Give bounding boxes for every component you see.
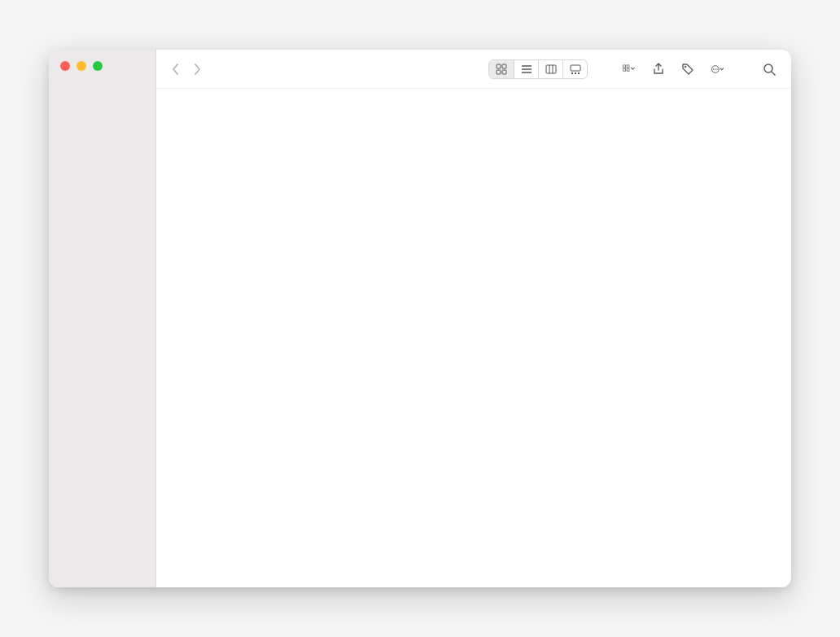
view-icons[interactable]: [489, 60, 514, 78]
window-close[interactable]: [60, 61, 70, 71]
finder-window: [49, 50, 791, 587]
svg-rect-16: [627, 64, 629, 67]
view-columns[interactable]: [538, 60, 562, 78]
svg-rect-14: [623, 64, 626, 67]
window-minimize[interactable]: [77, 61, 86, 71]
action-menu[interactable]: [707, 59, 728, 79]
view-gallery[interactable]: [562, 60, 587, 78]
main-pane: [156, 50, 791, 587]
share-button[interactable]: [648, 59, 669, 79]
view-list[interactable]: [514, 60, 538, 78]
svg-rect-1: [502, 64, 506, 68]
nav-arrows: [168, 59, 205, 79]
svg-rect-0: [497, 64, 501, 68]
svg-point-22: [716, 68, 717, 69]
svg-line-24: [772, 72, 775, 75]
svg-point-21: [715, 68, 715, 69]
sidebar: [49, 50, 156, 587]
view-switcher: [488, 59, 588, 79]
forward-button[interactable]: [189, 59, 205, 79]
svg-point-20: [713, 68, 714, 69]
svg-rect-2: [497, 70, 501, 74]
svg-rect-12: [575, 72, 576, 74]
svg-rect-10: [571, 65, 580, 71]
tags-button[interactable]: [677, 59, 698, 79]
svg-rect-15: [623, 68, 626, 71]
window-zoom[interactable]: [93, 61, 103, 71]
svg-rect-13: [578, 72, 580, 74]
group-menu[interactable]: [619, 59, 640, 79]
svg-rect-17: [627, 68, 629, 71]
toolbar: [156, 50, 791, 89]
traffic-lights: [49, 50, 155, 79]
svg-rect-7: [546, 65, 556, 73]
svg-rect-11: [571, 72, 573, 74]
search-button[interactable]: [759, 59, 780, 79]
back-button[interactable]: [168, 59, 184, 79]
content-area[interactable]: [156, 89, 791, 587]
svg-point-18: [685, 65, 686, 67]
svg-rect-3: [502, 70, 506, 74]
